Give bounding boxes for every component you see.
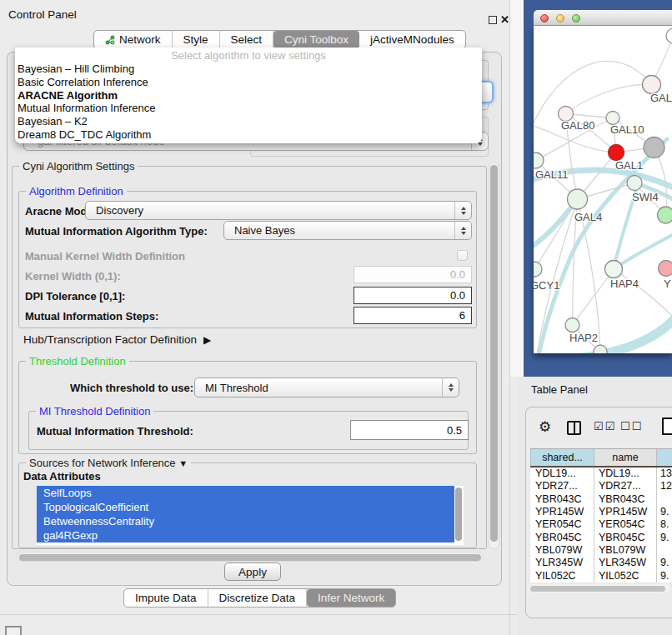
tab-jactivemnodules[interactable]: jActiveMNodules [359, 31, 465, 48]
unchecked-boxes-icon[interactable]: ☐☐ [620, 420, 643, 432]
node-label: SWI4 [632, 191, 659, 203]
zoom-traffic-light-icon[interactable] [572, 14, 580, 22]
node-label: GAL11 [535, 168, 569, 181]
mi-type-label: Mutual Information Algorithm Type: [25, 225, 208, 238]
minimize-traffic-light-icon[interactable] [556, 14, 564, 22]
manual-kernel-checkbox[interactable] [457, 250, 468, 261]
table-cell: YIL052C [594, 570, 657, 582]
network-node-gal4[interactable] [568, 189, 588, 209]
attribute-item[interactable]: TopologicalCoefficient [37, 500, 454, 514]
document-icon[interactable] [662, 418, 672, 435]
table-row[interactable]: YER054CYER054C8. [530, 518, 672, 531]
dpi-tolerance-value: 0.0 [450, 289, 465, 302]
column-header[interactable]: shared... [530, 449, 594, 466]
checked-boxes-icon[interactable]: ☑☑ [594, 420, 616, 432]
kernel-width-label: Kernel Width (0,1): [25, 270, 121, 282]
mi-threshold-input[interactable]: 0.5 [350, 420, 469, 440]
table-horizontal-scrollbar[interactable] [529, 584, 670, 592]
table-cell: YBR045C [530, 532, 594, 544]
network-node[interactable] [594, 345, 607, 353]
settings-vertical-scrollbar[interactable] [489, 162, 499, 549]
node-label: GAL10 [610, 123, 644, 136]
mi-type-select[interactable]: Naive Bayes [223, 221, 472, 240]
tab-label: Select [231, 33, 263, 46]
tab-select[interactable]: Select [220, 31, 274, 48]
attribute-item[interactable]: BetweennessCentrality [37, 514, 454, 528]
algorithm-option[interactable]: Bayesian – Hill Climbing [15, 62, 482, 76]
network-node-y[interactable] [659, 261, 672, 277]
tab-infer-network[interactable]: Infer Network [307, 589, 395, 607]
network-node-swi4[interactable] [627, 176, 642, 191]
table-row[interactable]: YPR145WYPR145W9. [530, 506, 672, 518]
hub-definition-toggle[interactable]: Hub/Transcription Factor Definition▶ [23, 333, 211, 346]
kernel-width-input[interactable]: 0.0 [354, 266, 472, 283]
network-graph[interactable]: GALGAL80GAL10GAL1GAL11SWI4GAL4GCY1HAP4YH… [534, 26, 672, 353]
table-row[interactable]: YBR043CYBR043C [530, 493, 672, 506]
mi-steps-input[interactable]: 6 [354, 307, 472, 324]
settings-horizontal-scrollbar[interactable] [17, 552, 484, 562]
network-node-hap4[interactable] [605, 261, 623, 278]
table-row[interactable]: YLR345WYLR345W9. [530, 557, 672, 569]
close-icon[interactable]: ✕ [500, 13, 509, 26]
tab-style[interactable]: Style [173, 31, 220, 48]
table-body[interactable]: YDL19...YDL19...13YDR27...YDR27...12YBR0… [530, 468, 672, 582]
table-header[interactable]: shared...name [530, 448, 672, 468]
bottom-divider [0, 614, 517, 615]
table-cell: YBR043C [594, 493, 657, 506]
data-attributes-label: Data Attributes [23, 470, 101, 482]
table-cell: YDR27... [530, 480, 594, 492]
attribute-item[interactable]: SelfLoops [37, 486, 454, 500]
attributes-scrollbar[interactable] [455, 488, 462, 541]
table-cell: YDL19... [594, 468, 657, 480]
network-edge [566, 84, 652, 113]
network-canvas[interactable]: GALGAL80GAL10GAL1GAL11SWI4GAL4GCY1HAP4YH… [534, 26, 672, 353]
table-cell: 9. [657, 557, 672, 569]
table-row[interactable]: YDL19...YDL19...13 [530, 468, 672, 480]
tab-impute-data[interactable]: Impute Data [124, 589, 208, 607]
network-node-gcy1[interactable] [534, 262, 542, 277]
tab-discretize-data[interactable]: Discretize Data [208, 589, 308, 607]
node-label: GCY1 [534, 279, 559, 292]
table-row[interactable]: YDR27...YDR27...12 [530, 480, 672, 492]
table-cell: YER054C [530, 518, 594, 531]
table-cell: YLR345W [530, 557, 594, 569]
tab-network[interactable]: Network [94, 31, 173, 48]
dpi-tolerance-label: DPI Tolerance [0,1]: [25, 290, 125, 302]
network-node[interactable] [644, 138, 664, 158]
network-node-hap2[interactable] [565, 318, 579, 332]
network-node-gal1[interactable] [609, 145, 624, 161]
table-cell: YPR145W [594, 506, 657, 518]
which-threshold-select[interactable]: MI Threshold [194, 378, 459, 398]
table-row[interactable]: YBL079WYBL079W [530, 544, 672, 557]
gear-icon[interactable]: ⚙ [539, 418, 551, 436]
network-window-titlebar[interactable] [534, 10, 672, 26]
minimized-panel-icon[interactable] [5, 626, 22, 635]
threshold-definition-title: Threshold Definition [26, 355, 129, 368]
algorithm-option[interactable]: ARACNE Algorithm [15, 89, 482, 102]
column-header[interactable] [657, 449, 672, 466]
network-node[interactable] [658, 207, 672, 223]
algorithm-option[interactable]: Mutual Information Inference [15, 102, 482, 115]
column-header[interactable]: name [594, 449, 657, 466]
split-columns-icon[interactable] [567, 421, 581, 435]
sources-group-title[interactable]: Sources for Network Inference ▼ [26, 457, 191, 469]
aracne-mode-select[interactable]: Discovery [85, 201, 472, 220]
control-panel-titlebar: Control Panel ✕ [0, 5, 510, 27]
algorithm-option[interactable]: Dream8 DC_TDC Algorithm [15, 128, 482, 142]
table-cell: 9. [657, 532, 672, 544]
panel-gap [510, 0, 524, 377]
algorithm-option[interactable]: Basic Correlation Inference [15, 76, 482, 89]
panel-title: Control Panel [8, 8, 77, 21]
algorithm-option[interactable]: Bayesian – K2 [15, 115, 482, 128]
algorithm-list: Bayesian – Hill ClimbingBasic Correlatio… [15, 62, 482, 142]
table-row[interactable]: YIL052CYIL052C9. [530, 570, 672, 582]
attribute-item[interactable]: gal4RGexp [37, 528, 454, 542]
float-window-icon[interactable] [489, 16, 497, 24]
close-traffic-light-icon[interactable] [540, 14, 549, 22]
table-row[interactable]: YBR045CYBR045C9. [530, 532, 672, 544]
apply-button[interactable]: Apply [224, 562, 281, 581]
data-attributes-list[interactable]: SelfLoopsTopologicalCoefficientBetweenne… [37, 486, 464, 545]
dpi-tolerance-input[interactable]: 0.0 [354, 287, 472, 304]
tab-cyni-toolbox[interactable]: Cyni Toolbox [273, 31, 359, 48]
network-node[interactable] [666, 28, 672, 43]
